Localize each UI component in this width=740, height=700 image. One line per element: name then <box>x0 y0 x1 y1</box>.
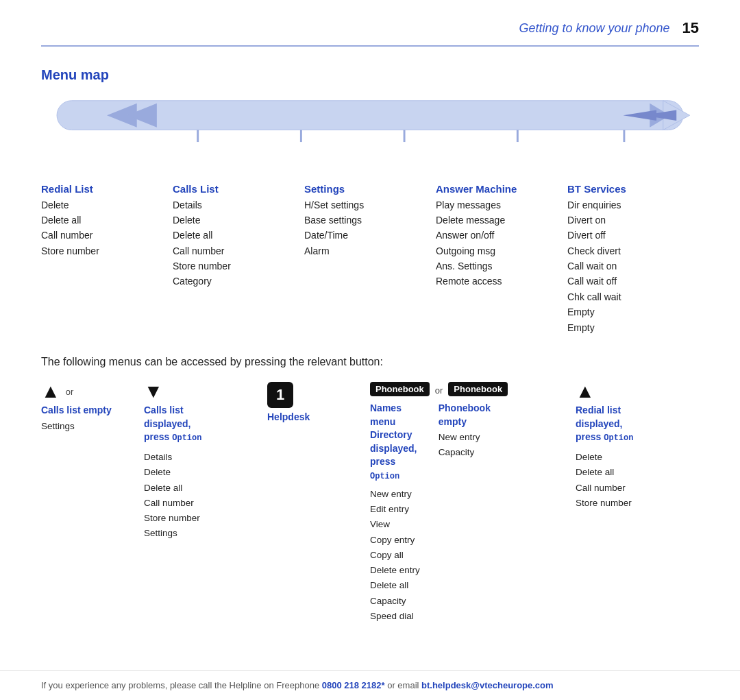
svg-rect-9 <box>623 130 625 142</box>
names-item-5: Copy all <box>370 548 426 563</box>
menu-col-settings-heading: Settings <box>304 183 429 195</box>
calls-list-displayed-col: ▼︎ Calls listdisplayed,press Option Deta… <box>144 382 267 542</box>
menu-col-bt-heading: BT Services <box>567 183 692 195</box>
main-content: Menu map <box>0 47 740 625</box>
names-item-2: Edit entry <box>370 502 426 517</box>
menu-col-redial-item-1: Delete <box>41 197 166 213</box>
phonebook-icon-1: Phonebook <box>370 382 430 396</box>
svg-rect-7 <box>404 130 406 142</box>
menu-col-answer: Answer Machine Play messages Delete mess… <box>436 183 567 336</box>
button-sections-row: ▲︎ or Calls list empty Settings ▼︎ Calls… <box>41 382 699 624</box>
menu-col-calls-heading: Calls List <box>173 183 297 195</box>
menu-col-calls-item-6: Category <box>173 274 297 289</box>
names-item-6: Delete entry <box>370 563 426 578</box>
menu-map-title: Menu map <box>41 67 699 83</box>
page: Getting to know your phone 15 Menu map <box>0 0 740 700</box>
footer: If you experience any problems, please c… <box>0 670 740 700</box>
calls-displayed-item-1: Details <box>144 450 200 465</box>
menu-col-calls-item-5: Store number <box>173 258 297 274</box>
menu-col-answer-item-1: Play messages <box>436 197 560 213</box>
menu-col-answer-item-3: Answer on/off <box>436 228 560 243</box>
number-1-icon: 1 <box>267 382 293 408</box>
menu-col-settings: Settings H/Set settings Base settings Da… <box>304 183 436 336</box>
menu-col-redial-item-3: Call number <box>41 228 166 243</box>
calls-displayed-item-3: Delete all <box>144 481 200 496</box>
option-text-3: Option <box>604 433 633 443</box>
following-text: The following menus can be accessed by p… <box>41 356 699 368</box>
menu-col-redial-item-2: Delete all <box>41 213 166 228</box>
calls-list-empty-icon-row: ▲︎ or <box>41 382 73 401</box>
calls-list-empty-label: Calls list empty <box>41 404 112 418</box>
names-menu-label: Names menuDirectorydisplayed,press Optio… <box>370 402 426 483</box>
menu-col-settings-item-3: Date/Time <box>304 228 429 243</box>
menu-col-calls-item-1: Details <box>173 197 297 213</box>
calls-list-empty-sub-1: Settings <box>41 419 75 434</box>
menu-col-answer-item-2: Delete message <box>436 213 560 228</box>
phonebook-empty-label: Phonebookempty <box>439 402 495 429</box>
calls-displayed-item-5: Store number <box>144 511 200 526</box>
menu-col-bt-item-4: Check divert <box>567 243 692 258</box>
calls-displayed-item-6: Settings <box>144 526 200 541</box>
menu-col-bt-item-7: Chk call wait <box>567 289 692 304</box>
menu-col-bt-item-1: Dir enquiries <box>567 197 692 213</box>
menu-col-settings-item-4: Alarm <box>304 243 429 258</box>
svg-rect-5 <box>197 130 199 142</box>
redial-item-4: Store number <box>576 496 632 511</box>
names-item-7: Delete all <box>370 578 426 593</box>
menu-map-diagram <box>41 95 699 164</box>
menu-col-answer-item-5: Ans. Settings <box>436 258 560 274</box>
or-text-2: or <box>435 385 443 396</box>
footer-text-middle: or email <box>385 680 421 690</box>
svg-rect-6 <box>300 130 302 142</box>
redial-item-2: Delete all <box>576 465 632 480</box>
calls-list-displayed-label: Calls listdisplayed,press Option <box>144 404 201 444</box>
footer-email: bt.helpdesk@vtecheurope.com <box>421 680 554 690</box>
menu-col-redial: Redial List Delete Delete all Call numbe… <box>41 183 173 336</box>
menu-col-calls-item-3: Delete all <box>173 228 297 243</box>
names-item-3: View <box>370 517 426 532</box>
calls-displayed-item-4: Call number <box>144 496 200 511</box>
names-item-4: Copy entry <box>370 533 426 548</box>
menu-col-bt-item-3: Divert off <box>567 228 692 243</box>
menu-col-redial-item-4: Store number <box>41 243 166 258</box>
option-text-2: Option <box>370 472 399 481</box>
redial-item-3: Call number <box>576 481 632 496</box>
down-arrow-icon: ▼︎ <box>144 382 163 401</box>
footer-text-before: If you experience any problems, please c… <box>41 680 322 690</box>
option-text-1: Option <box>172 433 201 443</box>
menu-col-calls-item-2: Delete <box>173 213 297 228</box>
up-arrow2-icon: ▲︎ <box>576 382 595 401</box>
footer-phone: 0800 218 2182* <box>322 680 385 690</box>
menu-col-calls: Calls List Details Delete Delete all Cal… <box>173 183 304 336</box>
menu-col-settings-item-1: H/Set settings <box>304 197 429 213</box>
calls-displayed-item-2: Delete <box>144 465 200 480</box>
header-page-number: 15 <box>682 19 699 37</box>
helpdesk-label: Helpdesk <box>267 411 310 424</box>
menu-col-answer-heading: Answer Machine <box>436 183 560 195</box>
phonebook-icon-row: Phonebook or Phonebook <box>370 382 508 399</box>
header: Getting to know your phone 15 <box>0 0 740 45</box>
menu-col-calls-item-4: Call number <box>173 243 297 258</box>
menu-col-bt-item-9: Empty <box>567 320 692 335</box>
names-item-8: Capacity <box>370 594 426 609</box>
phonebook-empty-item-2: Capacity <box>439 445 495 460</box>
calls-list-empty-col: ▲︎ or Calls list empty Settings <box>41 382 144 434</box>
menu-col-bt-item-8: Empty <box>567 304 692 319</box>
svg-rect-8 <box>517 130 519 142</box>
or-text-1: or <box>66 387 74 397</box>
menu-col-bt: BT Services Dir enquiries Divert on Dive… <box>567 183 699 336</box>
names-item-9: Speed dial <box>370 609 426 624</box>
menu-columns: Redial List Delete Delete all Call numbe… <box>41 183 699 336</box>
menu-col-answer-item-4: Outgoing msg <box>436 243 560 258</box>
menu-col-bt-item-6: Call wait off <box>567 274 692 289</box>
helpdesk-col: 1 Helpdesk <box>267 382 370 426</box>
menu-col-redial-heading: Redial List <box>41 183 166 195</box>
redial-list-label: Redial listdisplayed,press Option <box>576 404 633 444</box>
menu-col-settings-item-2: Base settings <box>304 213 429 228</box>
names-menu-col: Phonebook or Phonebook Names menuDirecto… <box>370 382 576 624</box>
names-item-1: New entry <box>370 487 426 502</box>
menu-col-answer-item-6: Remote access <box>436 274 560 289</box>
up-arrow-icon: ▲︎ <box>41 382 60 401</box>
header-title: Getting to know your phone <box>519 21 669 36</box>
menu-col-bt-item-2: Divert on <box>567 213 692 228</box>
